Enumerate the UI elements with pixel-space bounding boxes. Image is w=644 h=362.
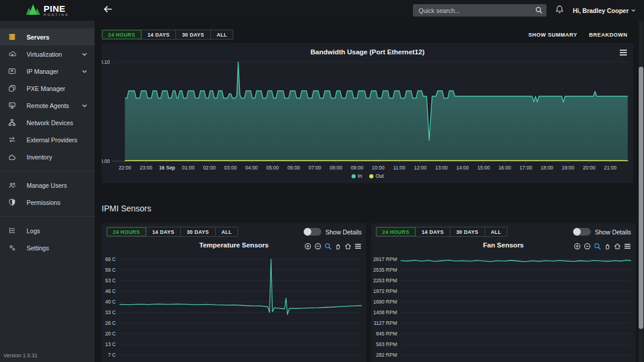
bandwidth-chart-title: Bandwidth Usage (Port Ethernet12) (102, 43, 633, 56)
permissions-icon (8, 198, 21, 206)
sidebar-item-settings[interactable]: Settings (0, 239, 95, 256)
timerange-tab-14-days[interactable]: 14 DAYS (415, 227, 450, 236)
chevron-down-icon (82, 51, 87, 57)
svg-text:26 C: 26 C (105, 320, 116, 326)
zoom-out-icon[interactable] (314, 243, 321, 250)
brand-name: PINE (44, 4, 69, 13)
sidebar-item-servers[interactable]: Servers (0, 28, 95, 45)
svg-text:IP: IP (11, 70, 13, 73)
bandwidth-chart[interactable]: 0.100.0022:0023:0016 Sep01:0002:0003:000… (102, 56, 633, 173)
timerange-tab-14-days[interactable]: 14 DAYS (141, 30, 175, 39)
show-summary-button[interactable]: SHOW SUMMARY (528, 32, 577, 38)
notifications-bell-icon[interactable] (555, 5, 564, 17)
legend-label: In (358, 173, 362, 179)
svg-text:563 RPM: 563 RPM (376, 341, 397, 347)
scrollbar-thumb[interactable] (639, 67, 643, 329)
servers-icon (8, 33, 21, 41)
zoom-in-icon[interactable] (574, 243, 581, 250)
svg-text:07:00: 07:00 (308, 165, 321, 171)
legend-dot (352, 174, 356, 178)
svg-text:03:00: 03:00 (224, 165, 237, 171)
svg-text:12:00: 12:00 (414, 165, 427, 171)
sidebar-item-permissions[interactable]: Permissions (0, 194, 95, 211)
pan-icon[interactable] (604, 243, 611, 250)
zoom-out-icon[interactable] (584, 243, 591, 250)
svg-text:09:00: 09:00 (351, 165, 364, 171)
box-zoom-icon[interactable] (324, 243, 331, 250)
sidebar-item-remote-agents[interactable]: Remote Agents (0, 97, 95, 114)
svg-text:16:00: 16:00 (499, 165, 512, 171)
chevron-down-icon (82, 69, 87, 74)
timerange-tab-24-hours[interactable]: 24 HOURS (102, 30, 141, 39)
show-details-label: Show Details (595, 229, 631, 236)
svg-text:16 Sep: 16 Sep (159, 165, 175, 171)
sidebar-item-inventory[interactable]: Inventory (0, 148, 95, 165)
remote-agents-icon (8, 102, 21, 109)
pan-icon[interactable] (334, 243, 341, 250)
sidebar-item-network-devices[interactable]: Network Devices (0, 114, 95, 131)
timerange-tab-24-hours[interactable]: 24 HOURS (376, 227, 415, 236)
zoom-in-icon[interactable] (304, 243, 311, 250)
sidebar-item-ip-manager[interactable]: IPIP Manager (0, 63, 95, 80)
settings-icon (8, 244, 21, 252)
svg-text:13:00: 13:00 (435, 165, 448, 171)
timerange-tab-all[interactable]: ALL (215, 227, 238, 236)
sidebar-item-logs[interactable]: Logs (0, 222, 95, 239)
chevron-down-icon (82, 103, 87, 109)
sidebar-item-label: IP Manager (27, 68, 58, 75)
search-input[interactable] (413, 4, 547, 17)
manage-users-icon (8, 181, 21, 189)
sidebar-item-manage-users[interactable]: Manage Users (0, 177, 95, 194)
menu-icon[interactable] (354, 243, 362, 249)
svg-text:14:00: 14:00 (456, 165, 469, 171)
svg-text:282 RPM: 282 RPM (376, 352, 397, 358)
fan-chart[interactable]: 2817 RPM2535 RPM2253 RPM1972 RPM1690 RPM… (371, 254, 636, 362)
sidebar-item-label: Remote Agents (27, 102, 69, 109)
temperature-show-details-toggle[interactable]: Show Details (304, 228, 362, 236)
reset-home-icon[interactable] (344, 243, 352, 250)
bandwidth-timerange-tabs: 24 HOURS14 DAYS30 DAYSALL (102, 30, 233, 40)
timerange-tab-30-days[interactable]: 30 DAYS (450, 227, 484, 236)
timerange-tab-24-hours[interactable]: 24 HOURS (107, 227, 146, 236)
brand-logo[interactable]: PINE HOSTING (0, 3, 95, 18)
breakdown-button[interactable]: BREAKDOWN (589, 32, 627, 38)
main-content: 24 HOURS14 DAYS30 DAYSALL SHOW SUMMARY B… (95, 21, 644, 362)
svg-text:04:00: 04:00 (245, 165, 258, 171)
temperature-chart[interactable]: 66 C59 C53 C46 C40 C33 C26 C20 C13 C7 C (102, 254, 366, 362)
user-menu[interactable]: Hi, Bradley Cooper (573, 7, 636, 14)
fan-show-details-toggle[interactable]: Show Details (573, 228, 631, 236)
timerange-tab-14-days[interactable]: 14 DAYS (146, 227, 180, 236)
search-icon[interactable] (535, 6, 543, 17)
external-providers-icon (8, 136, 21, 144)
svg-text:1690 RPM: 1690 RPM (373, 299, 397, 305)
legend-label: Out (376, 173, 384, 179)
timerange-tab-all[interactable]: ALL (210, 30, 233, 39)
box-zoom-icon[interactable] (594, 243, 601, 250)
bandwidth-legend: InOut (102, 173, 633, 179)
legend-dot (369, 174, 373, 178)
user-greeting: Hi, Bradley Cooper (573, 7, 629, 14)
sidebar-item-label: Permissions (27, 199, 60, 206)
sidebar-item-pxe-manager[interactable]: PXE Manager (0, 80, 95, 97)
legend-item-in[interactable]: In (352, 173, 362, 179)
sidebar-item-virtualization[interactable]: Virtualization (0, 45, 95, 63)
toggle-track (573, 228, 591, 236)
svg-text:53 C: 53 C (105, 278, 116, 283)
reset-home-icon[interactable] (614, 243, 621, 250)
svg-text:2817 RPM: 2817 RPM (373, 256, 397, 262)
sidebar-item-external-providers[interactable]: External Providers (0, 131, 95, 148)
timerange-tab-all[interactable]: ALL (484, 227, 508, 236)
brand-subtitle: HOSTING (44, 14, 69, 17)
timerange-tab-30-days[interactable]: 30 DAYS (175, 30, 210, 39)
network-devices-icon (8, 119, 21, 126)
svg-text:845 RPM: 845 RPM (376, 331, 397, 337)
menu-icon[interactable] (624, 243, 631, 249)
arrow-left-icon (103, 4, 113, 17)
show-details-label: Show Details (326, 229, 362, 236)
timerange-tab-30-days[interactable]: 30 DAYS (180, 227, 214, 236)
svg-text:0.10: 0.10 (102, 59, 110, 65)
sidebar-item-label: Inventory (27, 154, 52, 161)
back-button[interactable] (103, 4, 113, 17)
svg-text:22:00: 22:00 (119, 165, 132, 171)
legend-item-out[interactable]: Out (369, 173, 384, 179)
